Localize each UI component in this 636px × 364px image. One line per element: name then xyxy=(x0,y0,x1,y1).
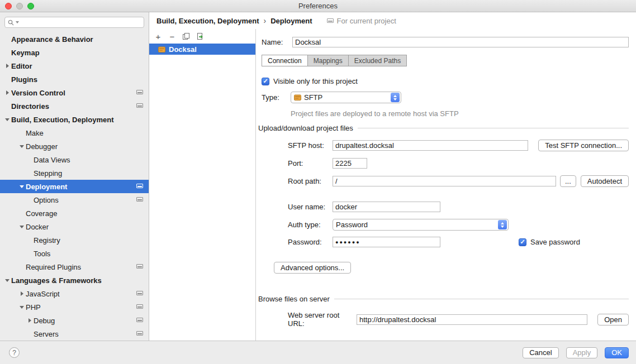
search-input[interactable] xyxy=(21,18,141,26)
sidebar-item-coverage[interactable]: Coverage xyxy=(0,207,149,220)
cancel-button[interactable]: Cancel xyxy=(523,347,558,358)
sidebar-item-docker[interactable]: Docker xyxy=(0,220,149,233)
sidebar-item-languages-frameworks[interactable]: Languages & Frameworks xyxy=(0,274,149,287)
tab-connection[interactable]: Connection xyxy=(262,55,308,66)
chevron-down-icon[interactable] xyxy=(20,185,24,188)
section-divider xyxy=(358,128,629,128)
sftp-host-input[interactable] xyxy=(333,140,528,151)
advanced-options-row: Advanced options... xyxy=(274,262,351,274)
visible-only-label: Visible only for this project xyxy=(273,77,358,85)
check-icon: ✓ xyxy=(520,239,525,245)
sidebar-item-debugger[interactable]: Debugger xyxy=(0,140,149,153)
sync-server-button[interactable] xyxy=(196,32,205,41)
chevron-right-icon[interactable] xyxy=(29,318,31,323)
sidebar-item-registry[interactable]: Registry xyxy=(0,233,149,247)
type-row: Type: SFTP xyxy=(262,92,401,103)
server-list-item-docksal[interactable]: Docksal xyxy=(149,44,255,55)
chevron-right-icon[interactable] xyxy=(6,90,9,95)
password-input[interactable] xyxy=(333,237,440,247)
sidebar-item-appearance-behavior[interactable]: Appearance & Behavior xyxy=(0,32,149,46)
user-name-label: User name: xyxy=(288,203,333,211)
help-button[interactable]: ? xyxy=(9,347,20,358)
port-input[interactable] xyxy=(333,158,367,169)
root-path-label: Root path: xyxy=(288,177,333,185)
sidebar-item-editor[interactable]: Editor xyxy=(0,59,149,73)
upload-section-title: Upload/download project files xyxy=(258,124,353,132)
remove-server-button[interactable]: − xyxy=(168,32,177,41)
section-divider xyxy=(334,299,629,299)
sidebar-item-required-plugins[interactable]: Required Plugins xyxy=(0,260,149,274)
chevron-down-icon[interactable] xyxy=(5,118,10,121)
root-path-row: Root path: ... Autodetect xyxy=(288,175,629,187)
sidebar-item-deployment[interactable]: Deployment xyxy=(0,180,149,193)
sync-icon xyxy=(196,32,204,40)
upload-section-header: Upload/download project files xyxy=(258,124,629,132)
zoom-window-button[interactable] xyxy=(27,3,34,9)
project-scope-icon xyxy=(136,90,143,94)
chevron-right-icon[interactable] xyxy=(21,291,23,296)
chevron-down-icon[interactable] xyxy=(5,279,10,282)
auth-type-select[interactable]: Password xyxy=(333,219,509,231)
save-password-checkbox[interactable]: ✓ xyxy=(519,238,526,246)
chevron-right-icon[interactable] xyxy=(6,64,9,68)
sidebar-item-directories[interactable]: Directories xyxy=(0,99,149,113)
sidebar-item-make[interactable]: Make xyxy=(0,126,149,140)
tab-excluded-paths[interactable]: Excluded Paths xyxy=(349,55,407,66)
sidebar-item-debug[interactable]: Debug xyxy=(0,314,149,327)
name-input[interactable] xyxy=(292,37,629,47)
sidebar-item-options[interactable]: Options xyxy=(0,193,149,207)
settings-search-box[interactable] xyxy=(4,17,144,28)
window-title: Preferences xyxy=(298,2,338,10)
name-label: Name: xyxy=(262,38,292,46)
project-scope-indicator: For current project xyxy=(327,17,396,25)
sidebar-item-version-control[interactable]: Version Control xyxy=(0,86,149,99)
sidebar-item-php[interactable]: PHP xyxy=(0,300,149,314)
sidebar-item-stepping[interactable]: Stepping xyxy=(0,166,149,180)
copy-server-button[interactable] xyxy=(182,32,191,41)
web-root-input[interactable] xyxy=(357,314,587,325)
auth-type-row: Auth type: Password xyxy=(288,219,509,231)
password-row: Password: ✓ Save password xyxy=(288,237,580,247)
type-label: Type: xyxy=(262,93,291,102)
password-label: Password: xyxy=(288,238,333,246)
sidebar-item-plugins[interactable]: Plugins xyxy=(0,73,149,86)
project-scope-label: For current project xyxy=(337,17,396,25)
ok-button[interactable]: OK xyxy=(605,347,629,358)
type-select[interactable]: SFTP xyxy=(291,92,401,103)
sidebar-item-servers[interactable]: Servers xyxy=(0,327,149,341)
open-button[interactable]: Open xyxy=(597,314,629,325)
test-sftp-connection-button[interactable]: Test SFTP connection... xyxy=(538,140,629,151)
sidebar-item-javascript[interactable]: JavaScript xyxy=(0,287,149,300)
advanced-options-button[interactable]: Advanced options... xyxy=(274,262,351,274)
search-options-chevron-icon[interactable] xyxy=(16,21,19,23)
autodetect-button[interactable]: Autodetect xyxy=(581,175,629,187)
visible-only-checkbox[interactable]: ✓ xyxy=(262,78,269,85)
web-root-label: Web server root URL: xyxy=(288,311,357,328)
user-name-input[interactable] xyxy=(333,202,440,212)
project-scope-icon xyxy=(136,304,143,309)
root-path-input[interactable] xyxy=(333,176,556,186)
add-server-button[interactable]: + xyxy=(154,32,163,41)
project-scope-icon xyxy=(136,291,143,295)
sidebar-item-data-views[interactable]: Data Views xyxy=(0,153,149,166)
tab-mappings[interactable]: Mappings xyxy=(308,55,349,66)
sftp-host-row: SFTP host: Test SFTP connection... xyxy=(288,140,629,151)
apply-button[interactable]: Apply xyxy=(566,347,598,358)
breadcrumb-item-deployment[interactable]: Deployment xyxy=(270,17,312,25)
copy-icon xyxy=(182,32,190,40)
project-scope-icon xyxy=(136,184,143,188)
project-scope-icon xyxy=(136,197,143,202)
browse-root-path-button[interactable]: ... xyxy=(560,175,576,187)
user-name-row: User name: xyxy=(288,202,440,212)
chevron-down-icon[interactable] xyxy=(20,226,24,228)
visible-project-row: ✓ Visible only for this project xyxy=(262,77,358,85)
chevron-down-icon[interactable] xyxy=(20,306,24,309)
close-window-button[interactable] xyxy=(5,3,12,9)
sidebar-item-keymap[interactable]: Keymap xyxy=(0,46,149,59)
sidebar-item-tools[interactable]: Tools xyxy=(0,247,149,260)
sidebar-item-build-execution-deployment[interactable]: Build, Execution, Deployment xyxy=(0,113,149,126)
chevron-down-icon[interactable] xyxy=(20,145,24,148)
breadcrumb-item-build-execution-deployment[interactable]: Build, Execution, Deployment xyxy=(156,17,259,25)
type-hint: Project files are deployed to a remote h… xyxy=(291,109,459,118)
titlebar: Preferences xyxy=(0,0,636,12)
